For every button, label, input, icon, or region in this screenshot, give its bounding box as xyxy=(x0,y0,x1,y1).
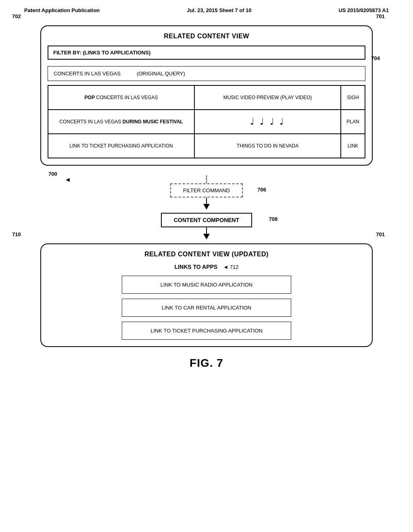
label-700: 700 xyxy=(48,171,57,177)
header-middle: Jul. 23, 2015 Sheet 7 of 10 xyxy=(187,7,251,13)
links-to-apps-row: LINKS TO APPS ◄ 712 xyxy=(49,264,364,270)
content-component-box: CONTENT COMPONENT 708 xyxy=(161,213,252,227)
sigh-label: SIGH xyxy=(347,95,359,100)
fig-label: FIG. 7 xyxy=(24,357,389,370)
label-702: 702 xyxy=(12,13,21,19)
app-link-music-radio: LINK TO MUSIC RADIO APPLICATION xyxy=(122,276,291,294)
nevada-things: THINGS TO DO IN NEVADA xyxy=(237,143,298,149)
dashed-line-top xyxy=(206,175,207,183)
top-diagram-box: 704 RELATED CONTENT VIEW FILTER BY: (LIN… xyxy=(40,25,373,166)
header-right: US 2015/0205873 A1 xyxy=(338,7,389,13)
link-label: LINK xyxy=(348,143,359,149)
query-left: CONCERTS IN LAS VEGAS xyxy=(54,71,121,77)
filter-command-label: FILTER COMMAND xyxy=(183,187,230,193)
grid-cell-3-2: THINGS TO DO IN NEVADA xyxy=(194,134,341,158)
query-right: (ORIGINAL QUERY) xyxy=(137,71,185,77)
header-left: Patent Application Publication xyxy=(24,7,100,13)
connector-line-1 xyxy=(206,197,207,204)
ticket-link: LINK TO TICKET PURCHASING APPLICATION xyxy=(69,143,173,149)
grid-cell-1-3: SIGH xyxy=(341,85,365,110)
bottom-diagram-title: RELATED CONTENT VIEW (UPDATED) xyxy=(49,251,364,258)
label-712: 712 xyxy=(230,264,239,270)
label-701-top: 701 xyxy=(376,13,385,19)
label-704: 704 xyxy=(371,55,380,61)
label-708: 708 xyxy=(269,216,278,222)
label-706: 706 xyxy=(257,187,266,193)
app-links-list: LINK TO MUSIC RADIO APPLICATION LINK TO … xyxy=(49,276,364,340)
links-to-apps-label: LINKS TO APPS xyxy=(175,264,218,270)
connector-line-2 xyxy=(206,227,207,234)
app-link-car-rental: LINK TO CAR RENTAL APPLICATION xyxy=(122,299,291,317)
arrow-down-2 xyxy=(203,234,210,239)
arrow-left-icon: ◄ xyxy=(65,176,71,183)
query-row: CONCERTS IN LAS VEGAS (ORIGINAL QUERY) xyxy=(48,66,365,81)
label-710: 710 xyxy=(12,231,21,237)
content-grid: POP CONCERTS IN LAS VEGAS MUSIC VIDEO PR… xyxy=(48,85,365,158)
label-712-arrow: ◄ 712 xyxy=(223,264,238,270)
arrow-down-1 xyxy=(203,204,210,210)
grid-cell-3-3: LINK xyxy=(341,134,365,158)
bottom-diagram-box: RELATED CONTENT VIEW (UPDATED) LINKS TO … xyxy=(40,243,373,347)
top-diagram-title: RELATED CONTENT VIEW xyxy=(48,33,365,40)
filter-command-box: FILTER COMMAND 706 xyxy=(170,183,243,197)
grid-cell-1-1: POP CONCERTS IN LAS VEGAS xyxy=(48,85,194,110)
grid-cell-2-1: CONCERTS IN LAS VEGAS DURING MUSIC FESTI… xyxy=(48,110,194,134)
content-component-label: CONTENT COMPONENT xyxy=(174,217,240,223)
grid-cell-2-2: ♩ ♩ ♩ ♩ xyxy=(194,110,341,134)
grid-cell-3-1: LINK TO TICKET PURCHASING APPLICATION xyxy=(48,134,194,158)
music-video-preview: MUSIC VIDEO PREVIEW (PLAY VIDEO) xyxy=(223,95,312,100)
grid-cell-1-2: MUSIC VIDEO PREVIEW (PLAY VIDEO) xyxy=(194,85,341,110)
filter-bar: FILTER BY: (LINKS TO APPLICATIONS) xyxy=(48,46,365,60)
music-notes-icon: ♩ ♩ ♩ ♩ xyxy=(250,116,285,127)
grid-cell-2-3: PLAN xyxy=(341,110,365,134)
label-701-bottom: 701 xyxy=(376,231,385,237)
app-link-ticket: LINK TO TICKET PURCHASING APPLICATION xyxy=(122,322,291,340)
plan-label: PLAN xyxy=(346,119,359,125)
